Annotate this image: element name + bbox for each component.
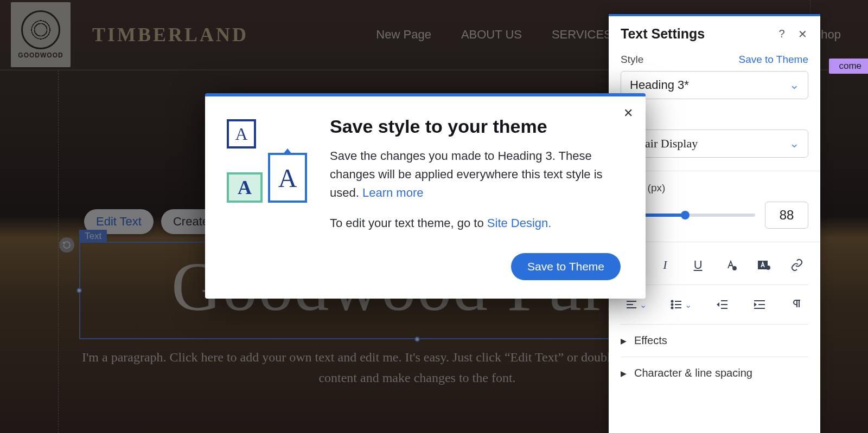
learn-more-link[interactable]: Learn more: [362, 186, 424, 199]
text-direction-icon[interactable]: [788, 297, 806, 312]
list-dropdown-icon[interactable]: ⌄: [668, 297, 694, 312]
panel-header: Text Settings ? ✕: [609, 16, 820, 50]
svg-marker-19: [754, 302, 757, 307]
chevron-down-icon: ⌄: [685, 300, 692, 310]
save-theme-modal: ✕ A A A Save style to your theme Save th…: [205, 93, 646, 299]
link-icon[interactable]: [788, 257, 806, 273]
svg-point-10: [671, 307, 673, 309]
char-spacing-section[interactable]: ▶ Character & line spacing: [621, 357, 808, 389]
style-label: Style: [621, 54, 643, 66]
modal-body-1: Save the changes you made to Heading 3. …: [330, 147, 621, 202]
save-to-theme-button[interactable]: Save to Theme: [511, 253, 621, 280]
chevron-down-icon: ⌄: [789, 137, 799, 151]
welcome-badge: come: [829, 59, 868, 74]
effects-section[interactable]: ▶ Effects: [621, 324, 808, 357]
italic-icon[interactable]: I: [656, 257, 674, 273]
help-icon[interactable]: ?: [776, 28, 788, 40]
font-size-input[interactable]: [765, 202, 808, 229]
svg-point-2: [766, 266, 770, 270]
font-select[interactable]: ayfair Display ⌄: [621, 130, 808, 158]
align-dropdown-icon[interactable]: ⌄: [623, 297, 649, 312]
format-row-2: ⌄ ⌄: [621, 285, 808, 324]
format-row-1: B I U: [621, 253, 808, 285]
text-color-icon[interactable]: [722, 257, 740, 273]
svg-marker-15: [717, 302, 719, 307]
triangle-right-icon: ▶: [621, 369, 627, 378]
char-spacing-label: Character & line spacing: [634, 367, 752, 379]
save-to-theme-link[interactable]: Save to Theme: [738, 54, 808, 66]
slider-thumb[interactable]: [681, 211, 690, 219]
svg-point-6: [671, 301, 673, 302]
underline-icon[interactable]: U: [689, 257, 707, 273]
letter-frame-icon: A: [227, 172, 263, 203]
effects-label: Effects: [634, 334, 667, 347]
style-select[interactable]: Heading 3* ⌄: [621, 71, 808, 99]
modal-illustration: A A A: [227, 116, 308, 280]
chevron-down-icon: ⌄: [789, 78, 799, 92]
modal-title: Save style to your theme: [330, 116, 621, 137]
indent-icon[interactable]: [750, 297, 769, 312]
triangle-right-icon: ▶: [621, 337, 627, 345]
close-modal-icon[interactable]: ✕: [622, 106, 635, 120]
highlight-icon[interactable]: [755, 257, 773, 273]
chevron-down-icon: ⌄: [640, 300, 647, 310]
style-value: Heading 3*: [630, 78, 689, 92]
panel-title: Text Settings: [621, 26, 767, 42]
svg-point-8: [671, 304, 673, 306]
outdent-icon[interactable]: [713, 297, 731, 312]
letter-frame-icon: A: [227, 119, 256, 148]
svg-point-0: [733, 267, 736, 270]
letter-frame-icon: A: [268, 153, 307, 203]
site-design-link[interactable]: Site Design.: [487, 216, 552, 230]
modal-body-2: To edit your text theme, go to Site Desi…: [330, 214, 621, 232]
close-panel-icon[interactable]: ✕: [796, 28, 808, 41]
